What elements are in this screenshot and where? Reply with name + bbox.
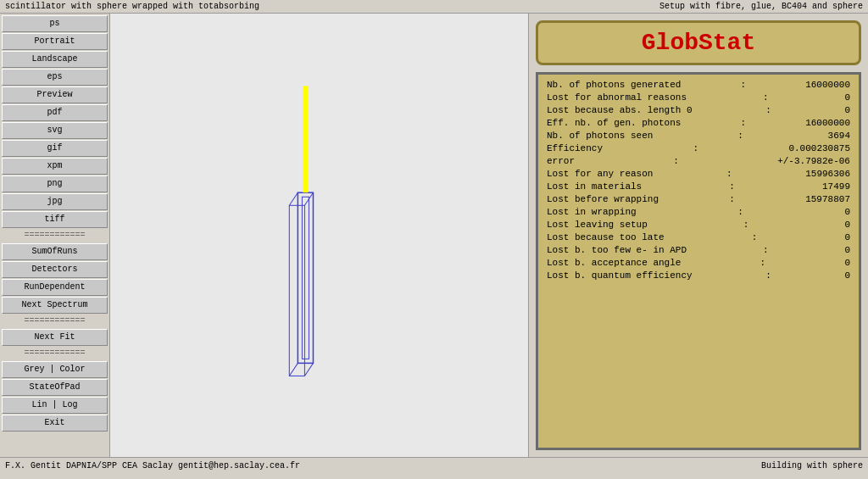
sidebar-btn-sumofruns[interactable]: SumOfRuns bbox=[2, 243, 108, 260]
main-layout: psPortraitLandscapeepsPreviewpdfsvggifxp… bbox=[0, 14, 868, 457]
stat-row: Lost before wrapping : 15978807 bbox=[547, 194, 850, 204]
stat-label: Efficiency bbox=[547, 143, 603, 153]
canvas-drawing bbox=[110, 14, 528, 457]
stat-value: 3694 bbox=[828, 131, 850, 141]
sidebar-btn-next-fit[interactable]: Next Fit bbox=[2, 329, 108, 346]
sidebar-separator: ============ bbox=[2, 229, 108, 242]
stat-value: 16000000 bbox=[805, 118, 850, 128]
bottom-bar: F.X. Gentit DAPNIA/SPP CEA Saclay gentit… bbox=[0, 457, 868, 474]
stats-box: Nb. of photons generated : 16000000Lost … bbox=[536, 72, 861, 450]
sidebar-btn-grey---color[interactable]: Grey | Color bbox=[2, 361, 108, 378]
stat-label: Eff. nb. of gen. photons bbox=[547, 118, 681, 128]
stat-row: Eff. nb. of gen. photons : 16000000 bbox=[547, 118, 850, 128]
sidebar-btn-gif[interactable]: gif bbox=[2, 140, 108, 157]
sidebar-separator: ============ bbox=[2, 315, 108, 328]
stat-row: Lost for any reason : 15996306 bbox=[547, 169, 850, 179]
stats-panel: GlobStat Nb. of photons generated : 1600… bbox=[529, 14, 868, 457]
stat-row: Lost because too late : 0 bbox=[547, 232, 850, 242]
stat-colon: : bbox=[737, 207, 743, 217]
stat-colon: : bbox=[726, 169, 732, 179]
stat-colon: : bbox=[693, 143, 698, 153]
stat-colon: : bbox=[741, 80, 747, 90]
stat-label: Nb. of photons seen bbox=[547, 131, 653, 141]
stat-row: Lost in materials : 17499 bbox=[547, 181, 850, 192]
stat-colon: : bbox=[729, 194, 735, 204]
stat-row: Lost b. acceptance angle : 0 bbox=[547, 258, 850, 268]
sidebar-btn-detectors[interactable]: Detectors bbox=[2, 261, 108, 278]
sidebar-btn-lin---log[interactable]: Lin | Log bbox=[2, 397, 108, 414]
stat-value: 0 bbox=[844, 105, 850, 115]
stat-label: Lost b. quantum efficiency bbox=[547, 270, 693, 281]
sidebar-btn-preview[interactable]: Preview bbox=[2, 86, 108, 103]
stat-value: +/-3.7982e-06 bbox=[777, 156, 850, 166]
stat-row: Nb. of photons seen : 3694 bbox=[547, 131, 850, 141]
sidebar-btn-exit[interactable]: Exit bbox=[2, 415, 108, 432]
stat-row: Lost in wrapping : 0 bbox=[547, 207, 850, 217]
stat-label: Lost because abs. length 0 bbox=[547, 105, 693, 115]
stat-label: Lost because too late bbox=[547, 232, 665, 242]
bottom-bar-right: Building with sphere bbox=[761, 461, 863, 471]
stat-label: Lost in materials bbox=[547, 181, 642, 192]
stat-value: 0 bbox=[844, 207, 850, 217]
sidebar-btn-png[interactable]: png bbox=[2, 175, 108, 192]
sidebar-btn-tiff[interactable]: tiff bbox=[2, 211, 108, 228]
stat-colon: : bbox=[737, 131, 743, 141]
stat-row: Efficiency : 0.000230875 bbox=[547, 143, 850, 153]
sidebar-btn-jpg[interactable]: jpg bbox=[2, 193, 108, 210]
stat-row: Lost leaving setup : 0 bbox=[547, 220, 850, 230]
stat-label: Lost b. too few e- in APD bbox=[547, 245, 687, 255]
stat-value: 15996306 bbox=[805, 169, 850, 179]
stat-value: 0.000230875 bbox=[788, 143, 850, 153]
sidebar-btn-ps[interactable]: ps bbox=[2, 15, 108, 32]
top-bar-right: Setup with fibre, glue, BC404 and sphere bbox=[659, 2, 863, 11]
stat-value: 16000000 bbox=[805, 80, 850, 90]
stat-label: Lost for any reason bbox=[547, 169, 653, 179]
stat-row: error : +/-3.7982e-06 bbox=[547, 156, 850, 166]
sidebar-separator: ============ bbox=[2, 347, 108, 360]
bottom-bar-left: F.X. Gentit DAPNIA/SPP CEA Saclay gentit… bbox=[5, 461, 300, 471]
svg-rect-0 bbox=[131, 14, 507, 457]
stat-label: Lost for abnormal reasons bbox=[547, 92, 687, 103]
globstat-title: GlobStat bbox=[536, 20, 861, 65]
stat-colon: : bbox=[752, 232, 758, 242]
stat-label: Lost before wrapping bbox=[547, 194, 659, 204]
stat-label: Lost b. acceptance angle bbox=[547, 258, 681, 268]
stat-value: 17499 bbox=[822, 181, 850, 192]
sidebar-btn-eps[interactable]: eps bbox=[2, 69, 108, 86]
sidebar-btn-xpm[interactable]: xpm bbox=[2, 158, 108, 175]
stat-row: Lost b. too few e- in APD : 0 bbox=[547, 245, 850, 255]
sidebar: psPortraitLandscapeepsPreviewpdfsvggifxp… bbox=[0, 14, 110, 457]
stat-colon: : bbox=[743, 220, 749, 230]
stat-value: 0 bbox=[844, 258, 850, 268]
stat-colon: : bbox=[765, 270, 771, 281]
top-bar: scintillator with sphere wrapped with to… bbox=[0, 0, 868, 14]
stat-colon: : bbox=[741, 118, 747, 128]
stat-label: Lost in wrapping bbox=[547, 207, 637, 217]
globstat-title-text: GlobStat bbox=[642, 30, 755, 56]
stat-colon: : bbox=[673, 156, 679, 166]
sidebar-btn-portrait[interactable]: Portrait bbox=[2, 33, 108, 50]
stat-colon: : bbox=[729, 181, 735, 192]
stat-row: Lost because abs. length 0 : 0 bbox=[547, 105, 850, 115]
stat-label: Nb. of photons generated bbox=[547, 80, 681, 90]
canvas-area bbox=[110, 14, 529, 457]
sidebar-btn-svg[interactable]: svg bbox=[2, 122, 108, 139]
stat-value: 0 bbox=[844, 220, 850, 230]
stat-value: 0 bbox=[844, 232, 850, 242]
stat-row: Lost for abnormal reasons : 0 bbox=[547, 92, 850, 103]
stat-value: 0 bbox=[844, 270, 850, 281]
sidebar-btn-pdf[interactable]: pdf bbox=[2, 104, 108, 121]
stat-value: 15978807 bbox=[805, 194, 850, 204]
sidebar-btn-landscape[interactable]: Landscape bbox=[2, 51, 108, 68]
stat-value: 0 bbox=[844, 92, 850, 103]
stat-row: Lost b. quantum efficiency : 0 bbox=[547, 270, 850, 281]
stat-row: Nb. of photons generated : 16000000 bbox=[547, 80, 850, 90]
stat-label: Lost leaving setup bbox=[547, 220, 648, 230]
sidebar-btn-rundependent[interactable]: RunDependent bbox=[2, 279, 108, 296]
stat-colon: : bbox=[765, 105, 771, 115]
stat-value: 0 bbox=[844, 245, 850, 255]
stat-label: error bbox=[547, 156, 575, 166]
sidebar-btn-next-spectrum[interactable]: Next Spectrum bbox=[2, 297, 108, 314]
sidebar-btn-stateofpad[interactable]: StateOfPad bbox=[2, 379, 108, 396]
stat-colon: : bbox=[763, 245, 769, 255]
